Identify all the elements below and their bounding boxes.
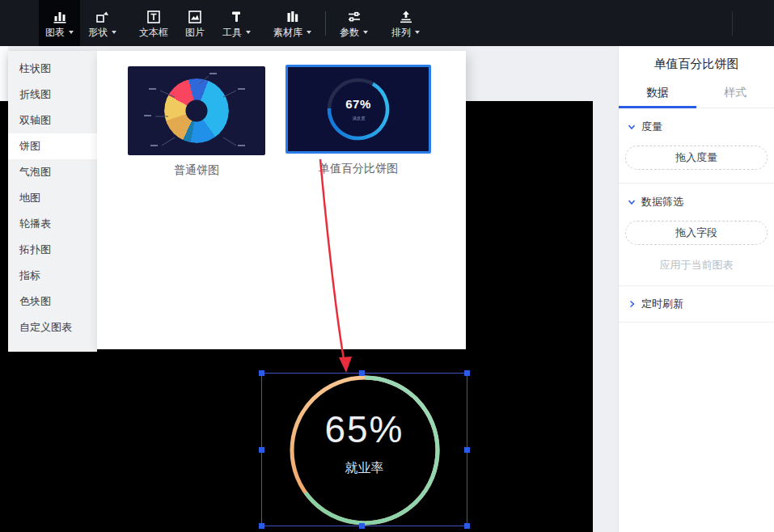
hammer-icon	[230, 10, 244, 24]
percentage-ring	[287, 373, 442, 528]
image-icon	[188, 10, 202, 24]
option-label: 普通饼图	[128, 163, 265, 178]
preview-caption: 满意度	[352, 115, 365, 121]
tab-data[interactable]: 数据	[619, 80, 696, 108]
menu-item-carousel[interactable]: 轮播表	[8, 211, 97, 237]
filter-hint: 应用于当前图表	[625, 258, 768, 272]
toolbar-button-tools[interactable]: 工具	[216, 0, 257, 46]
toolbar-label: 形状	[88, 27, 108, 37]
sliders-icon	[347, 10, 362, 24]
option-label: 单值百分比饼图	[285, 162, 431, 176]
resize-handle-ne[interactable]	[464, 370, 470, 376]
toolbar-button-arrange[interactable]: 排列	[385, 0, 426, 46]
measure-dropzone[interactable]: 拖入度量	[625, 146, 768, 170]
caret-down-icon	[246, 31, 251, 34]
resize-handle-w[interactable]	[259, 447, 264, 453]
caret-down-icon	[69, 31, 74, 34]
section-measure: 度量 拖入度量	[619, 108, 774, 184]
library-icon	[285, 10, 300, 24]
menu-item-map[interactable]: 地图	[8, 185, 97, 211]
toolbar-label: 工具	[222, 27, 242, 37]
toolbar-button-charts[interactable]: 图表	[39, 0, 80, 46]
single-value-pie-preview: 67% 满意度	[285, 65, 431, 154]
option-normal-pie[interactable]: 普通饼图	[128, 66, 265, 178]
tiny-label-mark	[238, 145, 245, 146]
option-single-value-pie[interactable]: 67% 满意度 单值百分比饼图	[285, 65, 431, 176]
toolbar-separator	[325, 11, 326, 36]
caret-down-icon	[415, 31, 420, 34]
caret-down-icon	[112, 31, 116, 34]
pie-variant-flyout: 普通饼图 67% 满意度	[97, 51, 466, 349]
resize-handle-sw[interactable]	[259, 523, 264, 529]
section-title: 度量	[641, 120, 662, 134]
donut-label-lines	[128, 66, 265, 155]
preview-ring: 67% 满意度	[326, 77, 391, 141]
toolbar-separator	[732, 11, 733, 36]
menu-item-pie[interactable]: 饼图	[8, 133, 97, 159]
section-title: 数据筛选	[641, 195, 683, 209]
preview-value: 67%	[345, 97, 371, 111]
selected-chart[interactable]: 65% 就业率	[261, 373, 467, 526]
chevron-right-icon	[628, 300, 636, 308]
menu-item-bar[interactable]: 柱状图	[8, 56, 97, 82]
section-refresh-header[interactable]: 定时刷新	[625, 297, 768, 311]
resize-handle-nw[interactable]	[259, 370, 264, 376]
section-refresh: 定时刷新	[619, 286, 774, 323]
normal-pie-preview	[128, 66, 265, 155]
toolbar-button-library[interactable]: 素材库	[267, 0, 318, 46]
tiny-label-mark	[149, 88, 156, 90]
toolbar-button-image[interactable]: 图片	[179, 0, 211, 46]
panel-title: 单值百分比饼图	[619, 46, 774, 80]
tab-style[interactable]: 样式	[696, 80, 774, 108]
resize-handle-e[interactable]	[464, 447, 470, 453]
toolbar-button-textbox[interactable]: 文本框	[133, 0, 175, 46]
section-filter-header[interactable]: 数据筛选	[625, 195, 768, 209]
menu-item-dualaxis[interactable]: 双轴图	[8, 108, 97, 133]
menu-item-topology[interactable]: 拓扑图	[8, 237, 97, 263]
menu-item-kpi[interactable]: 指标	[8, 263, 97, 289]
filter-dropzone[interactable]: 拖入字段	[625, 221, 768, 245]
chart-type-menu: 柱状图 折线图 双轴图 饼图 气泡图 地图 轮播表 拓扑图 指标 色块图 自定义…	[8, 51, 97, 352]
toolbar-label: 参数	[340, 27, 359, 37]
toolbar-label: 排列	[391, 27, 411, 37]
tiny-label-mark	[150, 145, 158, 146]
section-filter: 数据筛选 拖入字段 应用于当前图表	[619, 184, 774, 286]
chevron-down-icon	[628, 123, 636, 131]
toolbar-label: 素材库	[273, 27, 302, 37]
preview-ring-text: 67% 满意度	[326, 77, 391, 141]
top-toolbar: 图表 形状 文本框 图片 工具 素材库 参数 排列	[0, 0, 774, 46]
section-measure-header[interactable]: 度量	[625, 120, 768, 134]
caret-down-icon	[307, 31, 311, 34]
resize-handle-se[interactable]	[464, 523, 470, 529]
resize-handle-s[interactable]	[359, 523, 365, 529]
settings-panel: 单值百分比饼图 数据 样式 度量 拖入度量 数据筛选 拖入字段 应用于当前图表 …	[618, 46, 774, 532]
bar-chart-icon	[53, 10, 67, 24]
chevron-down-icon	[628, 198, 636, 206]
toolbar-label: 图表	[45, 27, 65, 37]
workspace: 65% 就业率 柱状图 折线图 双轴图 饼图 气泡图 地图 轮播表 拓扑图 指标…	[0, 46, 774, 532]
menu-item-block[interactable]: 色块图	[8, 289, 97, 315]
section-title: 定时刷新	[641, 297, 683, 311]
toolbar-button-params[interactable]: 参数	[333, 0, 374, 46]
menu-item-custom[interactable]: 自定义图表	[8, 315, 97, 340]
tiny-label-mark	[144, 115, 151, 116]
shapes-icon	[95, 10, 110, 24]
resize-handle-n[interactable]	[359, 370, 365, 376]
textbox-icon	[146, 10, 161, 24]
caret-down-icon	[363, 31, 368, 34]
menu-item-line[interactable]: 折线图	[8, 82, 97, 108]
toolbar-label: 文本框	[139, 27, 168, 37]
panel-tabs: 数据 样式	[619, 80, 774, 108]
arrange-icon	[399, 10, 413, 24]
workspace-gutter	[0, 46, 8, 101]
tiny-label-mark	[238, 88, 245, 90]
toolbar-label: 图片	[185, 27, 205, 37]
tiny-label-mark	[209, 73, 217, 74]
toolbar-button-shapes[interactable]: 形状	[82, 0, 123, 46]
menu-item-bubble[interactable]: 气泡图	[8, 159, 97, 185]
